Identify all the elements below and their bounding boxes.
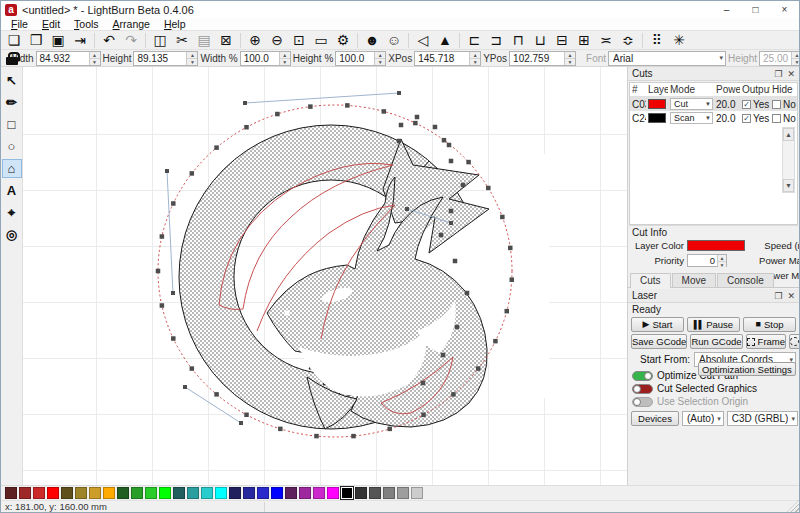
font-combo[interactable]: Arial▾ [608, 51, 726, 66]
palette-swatch[interactable] [271, 487, 283, 499]
mode-combo[interactable]: Scan▼ [670, 112, 713, 124]
palette-swatch[interactable] [75, 487, 87, 499]
palette-swatch[interactable] [187, 487, 199, 499]
palette-swatch[interactable] [397, 487, 409, 499]
frame-rect-button[interactable]: Frame [746, 334, 786, 349]
spinner-arrows[interactable]: ▲▼ [564, 52, 575, 65]
flip-horizontal-icon[interactable]: ◁ [412, 31, 434, 49]
xpos-field-input[interactable]: 145.718▲▼ [414, 51, 481, 66]
palette-swatch[interactable] [229, 487, 241, 499]
cut-selected-graphics-toggle[interactable] [632, 384, 653, 394]
user-icon[interactable]: ☺ [383, 31, 405, 49]
palette-swatch[interactable] [201, 487, 213, 499]
close-panel-icon[interactable]: ✕ [787, 291, 795, 301]
flip-vertical-icon[interactable]: ▲ [434, 31, 456, 49]
copy-icon[interactable]: ◫ [149, 31, 171, 49]
save-gcode-button[interactable]: Save GCode [631, 334, 687, 349]
palette-swatch[interactable] [33, 487, 45, 499]
scroll-up-icon[interactable]: ▲ [783, 128, 794, 141]
minimize-button[interactable]: – [712, 1, 741, 18]
palette-swatch[interactable] [131, 487, 143, 499]
palette-swatch[interactable] [103, 487, 115, 499]
output-checkbox[interactable]: ✓Yes [740, 99, 770, 110]
redo-icon[interactable]: ↷ [120, 31, 142, 49]
align-center-v-icon[interactable]: ⊞ [573, 31, 595, 49]
menu-item-tools[interactable]: Tools [67, 18, 106, 30]
palette-swatch[interactable] [355, 487, 367, 499]
layer-color-swatch[interactable] [687, 240, 745, 251]
cut-icon[interactable]: ✂ [171, 31, 193, 49]
spinner-arrows[interactable]: ▲▼ [186, 52, 197, 65]
ypos-field-input[interactable]: 102.759▲▼ [509, 51, 576, 66]
maximize-button[interactable]: □ [741, 1, 770, 18]
menu-item-file[interactable]: File [4, 18, 35, 30]
pause-button[interactable]: ▌▌Pause [687, 317, 740, 332]
optimization-settings-button[interactable]: Optimization Settings [698, 362, 796, 376]
palette-swatch[interactable] [19, 487, 31, 499]
palette-swatch[interactable] [47, 487, 59, 499]
zoom-out-icon[interactable]: ⊖ [266, 31, 288, 49]
stop-button[interactable]: ■Stop [743, 317, 796, 332]
spinner-arrows[interactable]: ▲▼ [279, 52, 290, 65]
font-height-spin[interactable]: 25.00 ▲▼ [759, 51, 800, 66]
palette-swatch[interactable] [257, 487, 269, 499]
palette-swatch[interactable] [369, 487, 381, 499]
menu-item-edit[interactable]: Edit [35, 18, 67, 30]
priority-spin[interactable]: 0▲▼ [687, 254, 727, 267]
draw-lines-tool[interactable]: ✏ [2, 93, 22, 112]
align-left-icon[interactable]: ⊏ [463, 31, 485, 49]
palette-swatch[interactable] [117, 487, 129, 499]
palette-swatch[interactable] [411, 487, 423, 499]
palette-swatch[interactable] [327, 487, 339, 499]
width-pct-field-input[interactable]: 100.0▲▼ [240, 51, 291, 66]
layer-color-swatch[interactable] [648, 99, 666, 109]
undock-icon[interactable]: ❐ [774, 291, 782, 301]
scroll-down-icon[interactable]: ▼ [783, 179, 794, 192]
device-combo[interactable]: C3D (GRBL)▾ [727, 411, 798, 426]
output-checkbox[interactable]: ✓Yes [740, 113, 770, 124]
save-icon[interactable]: ▣ [47, 31, 69, 49]
palette-swatch[interactable] [145, 487, 157, 499]
delete-icon[interactable]: ⊠ [215, 31, 237, 49]
spinner-arrows[interactable]: ▲▼ [791, 52, 800, 65]
open-file-icon[interactable]: ❒ [25, 31, 47, 49]
devices-button[interactable]: Devices [631, 411, 679, 426]
align-center-h-icon[interactable]: ⊟ [551, 31, 573, 49]
optimize-icon[interactable]: ✳ [668, 31, 690, 49]
palette-swatch[interactable] [285, 487, 297, 499]
undo-icon[interactable]: ↶ [98, 31, 120, 49]
menu-item-help[interactable]: Help [157, 18, 193, 30]
palette-swatch[interactable] [383, 487, 395, 499]
frame-circle-button[interactable]: Frame [789, 334, 800, 349]
new-file-icon[interactable]: ❏ [3, 31, 25, 49]
palette-swatch[interactable] [215, 487, 227, 499]
menu-item-arrange[interactable]: Arrange [106, 18, 157, 30]
import-icon[interactable]: ⇥ [69, 31, 91, 49]
offset-tool[interactable]: ◎ [2, 225, 22, 244]
palette-swatch[interactable] [61, 487, 73, 499]
spinner-arrows[interactable]: ▲▼ [89, 52, 100, 65]
palette-swatch[interactable] [341, 487, 353, 499]
zoom-in-icon[interactable]: ⊕ [244, 31, 266, 49]
select-tool[interactable]: ↖ [2, 71, 22, 90]
distribute-h-icon[interactable]: ≍ [595, 31, 617, 49]
start-button[interactable]: ▶Start [631, 317, 684, 332]
position-laser-tool[interactable]: ⌖ [2, 203, 22, 222]
close-panel-icon[interactable]: ✕ [787, 69, 795, 79]
cuts-scrollbar[interactable]: ▲ ▼ [782, 127, 795, 193]
frame-selection-icon[interactable]: ⊡ [288, 31, 310, 49]
optimize-cut-path-toggle[interactable] [632, 371, 653, 381]
palette-swatch[interactable] [299, 487, 311, 499]
align-right-icon[interactable]: ⊐ [485, 31, 507, 49]
close-button[interactable]: × [770, 1, 799, 18]
polygon-tool[interactable]: ⌂ [2, 159, 22, 178]
tab-cuts[interactable]: Cuts [630, 273, 671, 288]
rectangle-tool[interactable]: □ [2, 115, 22, 134]
resize-grip[interactable] [787, 500, 799, 512]
height-pct-field-input[interactable]: 100.0▲▼ [335, 51, 386, 66]
spinner-arrows[interactable]: ▲▼ [469, 52, 480, 65]
run-gcode-button[interactable]: Run GCode [690, 334, 742, 349]
settings-icon[interactable]: ⚙ [332, 31, 354, 49]
users-group-icon[interactable]: ☻ [361, 31, 383, 49]
layer-row[interactable]: C03Cut▼20.0✓YesNo [630, 97, 797, 111]
